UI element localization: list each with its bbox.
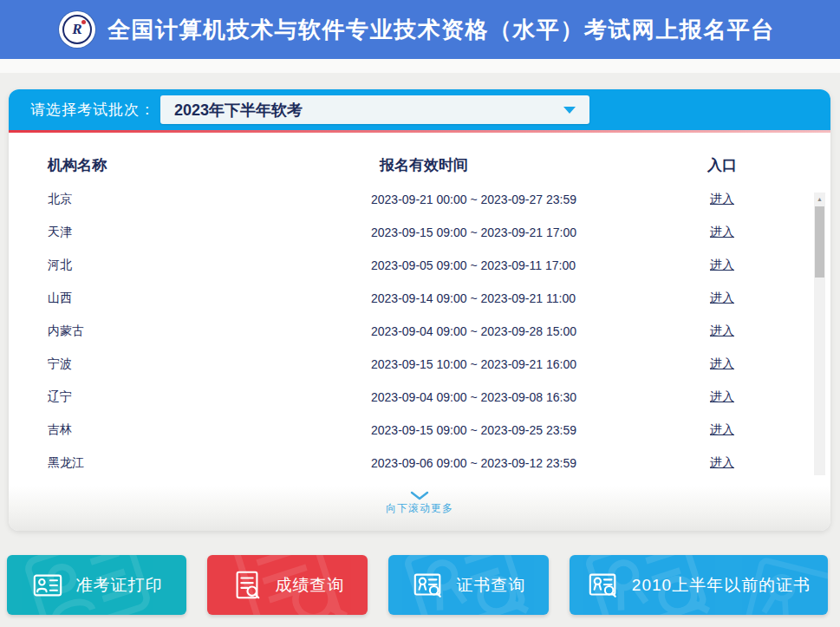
logo-ring-icon: R xyxy=(62,15,92,44)
valid-time: 2023-09-15 10:00 ~ 2023-09-21 16:00 xyxy=(371,357,640,371)
org-name: 吉林 xyxy=(48,422,371,438)
org-name: 天津 xyxy=(48,225,371,240)
enter-link[interactable]: 进入 xyxy=(710,389,734,403)
score-query-button[interactable]: 成绩查询 xyxy=(207,555,368,615)
enter-link[interactable]: 进入 xyxy=(710,225,734,238)
table-row: 宁波 2023-09-15 10:00 ~ 2023-09-21 16:00 进… xyxy=(9,348,830,381)
enter-link[interactable]: 进入 xyxy=(710,192,734,206)
certificate-query-button[interactable]: 证书查询 xyxy=(388,555,549,615)
table-row: 辽宁 2023-09-04 09:00 ~ 2023-09-08 16:30 进… xyxy=(9,381,830,414)
table-row: 天津 2023-09-15 09:00 ~ 2023-09-21 17:00 进… xyxy=(9,216,830,249)
table-row: 吉林 2023-09-15 09:00 ~ 2023-09-25 23:59 进… xyxy=(9,414,830,447)
table-row: 黑龙江 2023-09-06 09:00 ~ 2023-09-12 23:59 … xyxy=(9,447,830,480)
valid-time: 2023-09-06 09:00 ~ 2023-09-12 23:59 xyxy=(371,456,640,470)
enter-link[interactable]: 进入 xyxy=(710,422,734,436)
admission-ticket-print-label: 准考证打印 xyxy=(76,574,163,597)
chevron-down-icon[interactable] xyxy=(563,107,576,114)
logo-letter: R xyxy=(72,21,81,38)
ruankao-logo: R xyxy=(59,11,95,48)
table-body: 北京 2023-09-21 00:00 ~ 2023-09-27 23:59 进… xyxy=(9,183,830,480)
table-row: 河北 2023-09-05 09:00 ~ 2023-09-11 17:00 进… xyxy=(9,249,830,282)
certificate-search-icon xyxy=(587,569,620,602)
column-header-time: 报名有效时间 xyxy=(371,155,640,175)
scroll-down-chevron-icon xyxy=(410,491,429,500)
exam-batch-selected-value: 2023年下半年软考 xyxy=(174,100,563,121)
batch-selector-bar: 请选择考试批次： 2023年下半年软考 xyxy=(9,89,830,130)
valid-time: 2023-09-15 09:00 ~ 2023-09-21 17:00 xyxy=(371,225,640,239)
old-certificate-query-button[interactable]: 2010上半年以前的证书 xyxy=(570,555,828,615)
id-card-icon xyxy=(31,569,64,602)
batch-selector-label: 请选择考试批次： xyxy=(30,100,155,120)
scroll-more-area[interactable]: 向下滚动更多 xyxy=(9,486,830,531)
enter-link[interactable]: 进入 xyxy=(710,356,734,370)
header-bottom-strip xyxy=(0,59,840,73)
column-header-entry: 入口 xyxy=(640,155,804,175)
org-name: 山西 xyxy=(48,291,371,306)
enter-link[interactable]: 进入 xyxy=(710,291,734,304)
valid-time: 2023-09-04 09:00 ~ 2023-09-28 15:00 xyxy=(371,324,640,338)
certificate-query-label: 证书查询 xyxy=(457,574,526,597)
old-certificate-query-label: 2010上半年以前的证书 xyxy=(632,574,811,597)
org-name: 辽宁 xyxy=(48,389,371,405)
scroll-more-label: 向下滚动更多 xyxy=(9,501,830,516)
table-row: 山西 2023-09-14 09:00 ~ 2023-09-21 11:00 进… xyxy=(9,282,830,315)
org-name: 内蒙古 xyxy=(48,323,371,339)
app-header: R 全国计算机技术与软件专业技术资格（水平）考试网上报名平台 xyxy=(0,0,840,59)
score-query-label: 成绩查询 xyxy=(276,574,345,597)
scrollbar-up-arrow[interactable]: ▲ xyxy=(814,194,825,205)
enter-link[interactable]: 进入 xyxy=(710,323,734,337)
exam-batch-select[interactable]: 2023年下半年软考 xyxy=(160,95,589,124)
table-row: 北京 2023-09-21 00:00 ~ 2023-09-27 23:59 进… xyxy=(9,183,830,216)
page-title: 全国计算机技术与软件专业技术资格（水平）考试网上报名平台 xyxy=(107,15,775,45)
scrollbar-track[interactable]: ▲ xyxy=(814,193,825,475)
table-row: 内蒙古 2023-09-04 09:00 ~ 2023-09-28 15:00 … xyxy=(9,315,830,348)
enter-link[interactable]: 进入 xyxy=(710,455,734,469)
valid-time: 2023-09-21 00:00 ~ 2023-09-27 23:59 xyxy=(371,193,640,206)
registration-panel: 请选择考试批次： 2023年下半年软考 机构名称 报名有效时间 入口 北京 20… xyxy=(9,89,830,531)
org-name: 黑龙江 xyxy=(48,455,371,471)
column-header-name: 机构名称 xyxy=(48,155,371,175)
org-name: 宁波 xyxy=(48,356,371,372)
admission-ticket-print-button[interactable]: 准考证打印 xyxy=(7,555,186,615)
valid-time: 2023-09-05 09:00 ~ 2023-09-11 17:00 xyxy=(371,258,640,272)
org-name: 河北 xyxy=(48,258,371,273)
report-search-icon xyxy=(231,569,264,602)
valid-time: 2023-09-14 09:00 ~ 2023-09-21 11:00 xyxy=(371,291,640,305)
certificate-search-icon xyxy=(412,569,445,602)
table-header-row: 机构名称 报名有效时间 入口 xyxy=(9,133,830,183)
valid-time: 2023-09-15 09:00 ~ 2023-09-25 23:59 xyxy=(371,423,640,437)
scrollbar-thumb[interactable] xyxy=(815,206,824,278)
enter-link[interactable]: 进入 xyxy=(710,258,734,271)
valid-time: 2023-09-04 09:00 ~ 2023-09-08 16:30 xyxy=(371,390,640,404)
org-name: 北京 xyxy=(48,192,371,207)
